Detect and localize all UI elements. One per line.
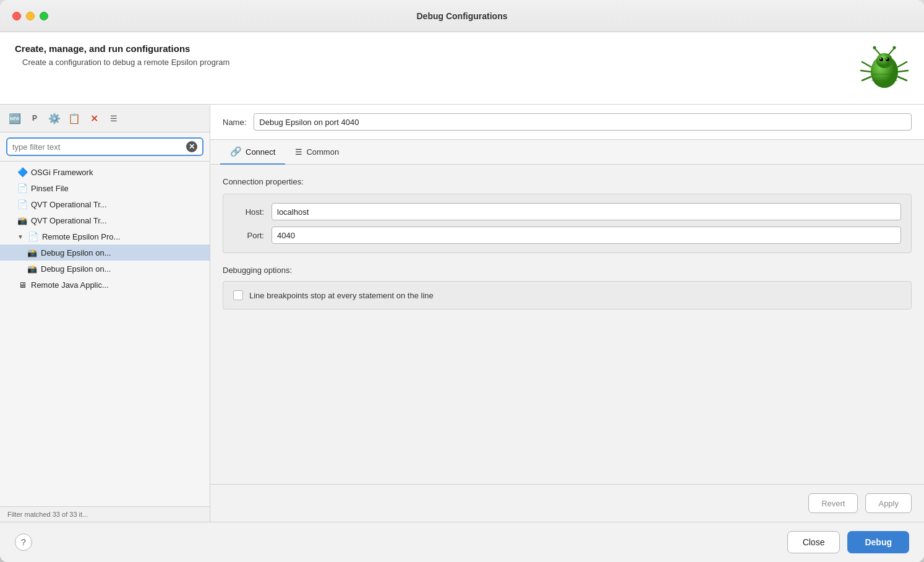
list-item[interactable]: 📄 Pinset File: [0, 180, 210, 196]
debug2-icon: 📸: [27, 264, 37, 274]
help-icon: ?: [21, 537, 26, 547]
collapse-button[interactable]: ☰: [105, 110, 122, 127]
pinset-label: Pinset File: [31, 184, 69, 193]
qvt2-icon: 📸: [17, 215, 27, 225]
remote-epsilon-label: Remote Epsilon Pro...: [42, 232, 120, 241]
footer: ? Close Debug: [0, 522, 924, 562]
svg-point-15: [886, 58, 889, 61]
duplicate-button[interactable]: 📋: [66, 110, 83, 127]
port-label: Port:: [233, 231, 264, 240]
right-panel: Name: 🔗 Connect ☰ Common Connection prop…: [210, 105, 924, 522]
help-button[interactable]: ?: [15, 534, 32, 551]
delete-icon: ✕: [90, 113, 98, 124]
svg-line-10: [875, 48, 880, 54]
svg-line-11: [889, 48, 894, 54]
qvt1-icon: 📄: [17, 199, 27, 209]
svg-point-13: [893, 46, 896, 50]
line-breakpoints-label: Line breakpoints stop at every statement…: [249, 291, 434, 300]
name-row: Name:: [210, 105, 924, 140]
line-breakpoints-checkbox[interactable]: [233, 290, 243, 300]
common-tab-icon: ☰: [295, 147, 302, 157]
new-type-icon: ⚙️: [48, 113, 61, 124]
host-row: Host:: [233, 203, 901, 220]
pinset-icon: 📄: [17, 183, 27, 193]
tab-common[interactable]: ☰ Common: [285, 140, 349, 165]
close-traffic-light[interactable]: [12, 12, 21, 20]
revert-button[interactable]: Revert: [808, 493, 858, 513]
header-title: Create, manage, and run configurations: [15, 43, 229, 54]
toolbar: 🆕 P ⚙️ 📋 ✕ ☰: [0, 105, 210, 132]
tree-list: 🔷 OSGi Framework 📄 Pinset File 📄 QVT Ope…: [0, 162, 210, 506]
new-with-profile-icon: P: [32, 114, 37, 123]
main-content: 🆕 P ⚙️ 📋 ✕ ☰: [0, 105, 924, 522]
checkbox-row: Line breakpoints stop at every statement…: [233, 290, 901, 300]
list-item[interactable]: 📸 Debug Epsilon on...: [0, 261, 210, 277]
svg-line-9: [898, 77, 907, 80]
host-label: Host:: [233, 207, 264, 217]
port-input[interactable]: [272, 227, 901, 244]
right-content: Connection properties: Host: Port: Debug…: [210, 165, 924, 484]
header-subtitle: Create a configuration to debug a remote…: [15, 58, 229, 67]
delete-button[interactable]: ✕: [85, 110, 103, 127]
osgi-icon: 🔷: [17, 167, 27, 177]
new-type-button[interactable]: ⚙️: [46, 110, 63, 127]
filter-input-container: ✕: [6, 137, 203, 156]
connect-tab-label: Connect: [246, 147, 275, 157]
list-item[interactable]: 🖥 Remote Java Applic...: [0, 277, 210, 293]
filter-status: Filter matched 33 of 33 it...: [0, 506, 210, 522]
list-item[interactable]: 🔷 OSGi Framework: [0, 164, 210, 180]
svg-line-7: [898, 62, 907, 67]
tabs-bar: 🔗 Connect ☰ Common: [210, 140, 924, 165]
minimize-traffic-light[interactable]: [26, 12, 35, 20]
remote-java-icon: 🖥: [17, 280, 27, 290]
common-tab-label: Common: [306, 147, 339, 157]
new-with-profile-button[interactable]: P: [26, 110, 43, 127]
filter-input[interactable]: [12, 142, 182, 152]
maximize-traffic-light[interactable]: [40, 12, 48, 20]
svg-line-8: [898, 71, 908, 72]
bug-icon: [860, 43, 909, 93]
list-item[interactable]: ▼ 📄 Remote Epsilon Pro...: [0, 228, 210, 244]
connection-properties-label: Connection properties:: [223, 177, 912, 186]
new-config-button[interactable]: 🆕: [6, 110, 24, 127]
svg-line-5: [861, 71, 871, 72]
expand-arrow: ▼: [17, 233, 24, 240]
debug2-label: Debug Epsilon on...: [41, 264, 111, 274]
footer-buttons: Close Debug: [787, 531, 909, 553]
collapse-icon: ☰: [110, 114, 118, 123]
connection-box: Host: Port:: [223, 194, 912, 253]
svg-point-17: [886, 58, 888, 59]
name-label: Name:: [223, 118, 246, 127]
debug1-label: Debug Epsilon on...: [41, 248, 111, 257]
svg-point-16: [880, 58, 881, 59]
list-item[interactable]: 📸 QVT Operational Tr...: [0, 212, 210, 228]
right-actions: Revert Apply: [210, 484, 924, 522]
connect-tab-icon: 🔗: [230, 146, 242, 157]
list-item[interactable]: 📸 Debug Epsilon on...: [0, 244, 210, 261]
osgi-label: OSGi Framework: [31, 168, 93, 177]
apply-button[interactable]: Apply: [865, 493, 912, 513]
left-panel: 🆕 P ⚙️ 📋 ✕ ☰: [0, 105, 210, 522]
tab-connect[interactable]: 🔗 Connect: [220, 140, 285, 165]
remote-java-label: Remote Java Applic...: [31, 280, 109, 290]
header-area: Create, manage, and run configurations C…: [0, 32, 924, 105]
main-window: Debug Configurations Create, manage, and…: [0, 0, 924, 562]
svg-line-6: [862, 77, 871, 80]
traffic-lights: [12, 12, 48, 20]
name-input[interactable]: [254, 113, 912, 131]
list-item[interactable]: 📄 QVT Operational Tr...: [0, 196, 210, 212]
duplicate-icon: 📋: [68, 113, 80, 124]
debug-button[interactable]: Debug: [847, 531, 909, 553]
qvt1-label: QVT Operational Tr...: [31, 200, 107, 209]
new-config-icon: 🆕: [9, 113, 21, 124]
debugging-options-label: Debugging options:: [223, 266, 912, 275]
window-title: Debug Configurations: [417, 11, 508, 21]
svg-point-3: [876, 53, 892, 68]
titlebar: Debug Configurations: [0, 0, 924, 32]
port-row: Port:: [233, 227, 901, 244]
filter-clear-button[interactable]: ✕: [186, 141, 197, 152]
svg-point-12: [873, 46, 876, 50]
debug-options-box: Line breakpoints stop at every statement…: [223, 281, 912, 309]
host-input[interactable]: [272, 203, 901, 220]
close-button[interactable]: Close: [787, 531, 841, 553]
